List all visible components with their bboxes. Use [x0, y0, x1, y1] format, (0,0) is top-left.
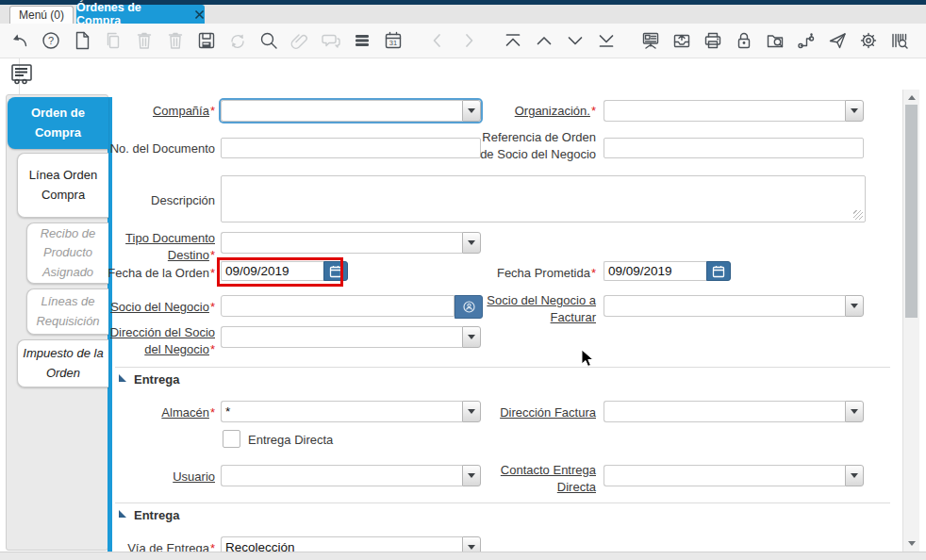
- scrollbar-thumb[interactable]: [905, 105, 918, 318]
- chevron-down-icon[interactable]: [462, 326, 481, 348]
- chevron-down-icon[interactable]: [462, 100, 481, 122]
- compania-input[interactable]: [221, 100, 462, 122]
- detail-record-icon[interactable]: [565, 30, 586, 51]
- chevron-down-icon[interactable]: [845, 295, 864, 317]
- fecha-orden-input[interactable]: [221, 261, 323, 281]
- horizontal-scrollbar[interactable]: [0, 552, 926, 560]
- print-icon[interactable]: [703, 30, 723, 51]
- socio-facturar-input[interactable]: [604, 295, 845, 317]
- direccion-socio-label: Dirección del Socio del Negocio*: [102, 324, 215, 357]
- chevron-down-icon[interactable]: [845, 100, 864, 122]
- save-icon[interactable]: [196, 30, 217, 51]
- no-documento-label: No. del Documento: [102, 140, 215, 157]
- tipo-documento-destino-label: Tipo Documento Destino*: [102, 230, 215, 263]
- calendar-icon[interactable]: 31: [383, 30, 404, 51]
- fecha-prometida-label: Fecha Prometida*: [479, 265, 596, 282]
- undo-icon[interactable]: [9, 30, 30, 51]
- next-record-icon[interactable]: [458, 30, 479, 51]
- lock-icon[interactable]: [734, 30, 754, 51]
- close-icon[interactable]: [194, 9, 205, 20]
- sidebar-tab-label: Impuesto de la Orden: [18, 344, 108, 382]
- sidebar-tab-impuesto-orden[interactable]: Impuesto de la Orden: [17, 339, 108, 387]
- copy-record-icon[interactable]: [103, 30, 124, 51]
- find-icon[interactable]: [258, 30, 279, 51]
- report-icon[interactable]: [640, 30, 661, 51]
- workflow-icon[interactable]: [796, 30, 817, 51]
- new-record-icon[interactable]: [72, 30, 92, 51]
- contacto-entrega-combobox[interactable]: [604, 465, 864, 486]
- previous-record-icon[interactable]: [427, 30, 448, 51]
- preference-icon[interactable]: [858, 30, 879, 51]
- contacto-entrega-input[interactable]: [604, 465, 845, 486]
- fecha-orden-field[interactable]: [221, 261, 348, 281]
- archive-icon[interactable]: [671, 30, 692, 51]
- mouse-cursor: [581, 349, 596, 373]
- tab-ordenes-de-compra[interactable]: Órdenes de Compra: [76, 5, 205, 24]
- entrega-directa-checkbox[interactable]: [223, 430, 240, 448]
- sidebar-tab-label: Orden de Compra: [8, 104, 108, 141]
- fecha-prometida-field[interactable]: [604, 261, 731, 281]
- almacen-label: Almacén*: [102, 404, 215, 421]
- calendar-picker-icon[interactable]: [323, 261, 348, 281]
- compania-combobox[interactable]: [221, 100, 481, 122]
- sidebar-tab-orden-de-compra[interactable]: Orden de Compra: [8, 97, 108, 149]
- help-icon[interactable]: ?: [41, 30, 61, 51]
- parent-record-icon[interactable]: [534, 30, 554, 51]
- delete-selection-icon[interactable]: [165, 30, 186, 51]
- direccion-socio-input[interactable]: [221, 326, 462, 348]
- chevron-down-icon[interactable]: [845, 465, 864, 486]
- descripcion-textarea[interactable]: [221, 175, 866, 222]
- entrega-directa-label: Entrega Directa: [248, 433, 333, 447]
- no-documento-input[interactable]: [221, 138, 481, 158]
- scroll-up-icon[interactable]: [908, 95, 916, 100]
- sidebar-tab-recibo-producto-asignado[interactable]: Recibo de Producto Asignado: [26, 222, 108, 284]
- delete-record-icon[interactable]: [134, 30, 155, 51]
- almacen-input[interactable]: [221, 401, 462, 422]
- fecha-orden-label: Fecha de la Orden*: [102, 265, 215, 282]
- toggle-row-detail-icon[interactable]: [9, 62, 34, 87]
- compania-label: Compañía*: [102, 103, 215, 120]
- sidebar-tab-lineas-requisicion[interactable]: Líneas de Requisición: [26, 288, 108, 335]
- organizacion-combobox[interactable]: [604, 100, 864, 122]
- scroll-down-icon[interactable]: [908, 541, 916, 546]
- zoom-across-icon[interactable]: [765, 30, 785, 51]
- section-collapse-icon[interactable]: [119, 374, 126, 382]
- organizacion-label: Organización.*: [479, 103, 596, 120]
- chevron-down-icon[interactable]: [845, 401, 864, 422]
- tipo-documento-destino-input[interactable]: [221, 232, 462, 254]
- usuario-label: Usuario: [102, 469, 215, 486]
- vertical-scrollbar[interactable]: [902, 90, 919, 552]
- refresh-icon[interactable]: [227, 30, 248, 51]
- organizacion-input[interactable]: [604, 100, 845, 122]
- attachment-icon[interactable]: [289, 30, 310, 51]
- product-info-icon[interactable]: [889, 30, 910, 51]
- chevron-down-icon[interactable]: [462, 401, 481, 422]
- tab-menu[interactable]: Menú (0): [9, 6, 74, 24]
- section-divider: [115, 502, 890, 503]
- chat-icon[interactable]: [321, 30, 341, 51]
- usuario-input[interactable]: [221, 465, 462, 486]
- fecha-prometida-input[interactable]: [604, 261, 706, 281]
- svg-text:31: 31: [389, 39, 397, 47]
- socio-negocio-label: Socio del Negocio*: [102, 299, 215, 316]
- direccion-factura-input[interactable]: [604, 401, 845, 422]
- first-record-icon[interactable]: [503, 30, 523, 51]
- tipo-documento-destino-combobox[interactable]: [221, 232, 481, 254]
- usuario-combobox[interactable]: [221, 465, 481, 486]
- toggle-grid-icon[interactable]: [352, 30, 372, 51]
- socio-facturar-combobox[interactable]: [604, 295, 864, 317]
- chevron-down-icon[interactable]: [462, 232, 481, 254]
- calendar-picker-icon[interactable]: [706, 261, 731, 281]
- sidebar-tab-linea-orden-compra[interactable]: Línea Orden Compra: [17, 153, 108, 218]
- referencia-input[interactable]: [604, 138, 864, 158]
- last-record-icon[interactable]: [596, 30, 617, 51]
- almacen-combobox[interactable]: [221, 401, 481, 422]
- direccion-socio-combobox[interactable]: [221, 326, 481, 348]
- window-tabbar: Menú (0) Órdenes de Compra: [0, 5, 926, 25]
- section-collapse-icon[interactable]: [119, 510, 126, 518]
- request-icon[interactable]: [827, 30, 848, 51]
- direccion-factura-combobox[interactable]: [604, 401, 864, 422]
- purchase-order-window: Menú (0) Órdenes de Compra ? 31: [0, 0, 926, 560]
- socio-negocio-input[interactable]: [221, 295, 455, 317]
- chevron-down-icon[interactable]: [462, 465, 481, 486]
